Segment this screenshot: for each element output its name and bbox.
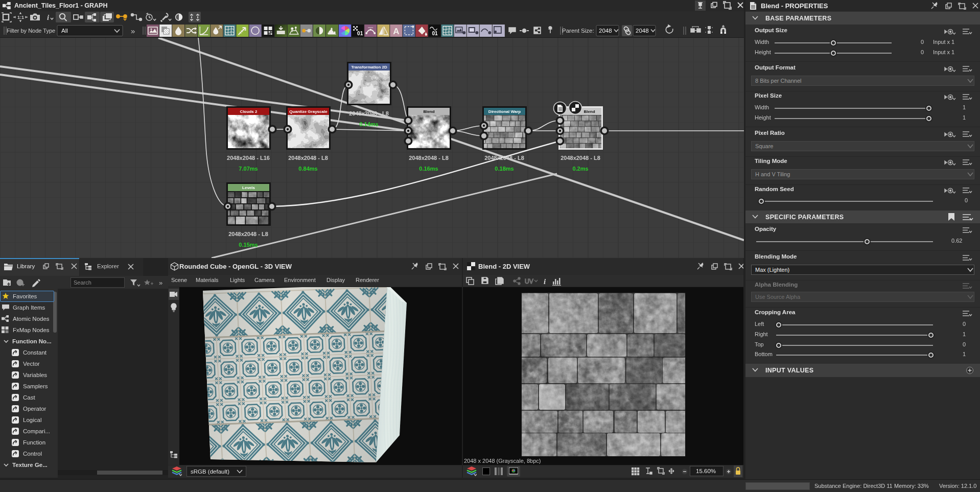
svg-text:Parent Size:: Parent Size: [562, 28, 594, 34]
svg-text:i: i [544, 277, 546, 286]
svg-text:i: i [47, 13, 50, 21]
svg-text:UV: UV [525, 278, 533, 285]
svg-text:All: All [61, 28, 68, 34]
svg-text:01: 01 [432, 31, 438, 36]
svg-text:2048: 2048 [636, 28, 649, 34]
svg-text:Filter by Node Type: Filter by Node Type [7, 28, 55, 34]
svg-text:»: » [131, 27, 135, 35]
svg-text:01: 01 [357, 31, 363, 36]
svg-text:2048: 2048 [599, 28, 612, 34]
svg-text:1:1: 1:1 [17, 15, 24, 20]
svg-text:»: » [159, 279, 162, 287]
svg-text:A: A [393, 27, 399, 36]
